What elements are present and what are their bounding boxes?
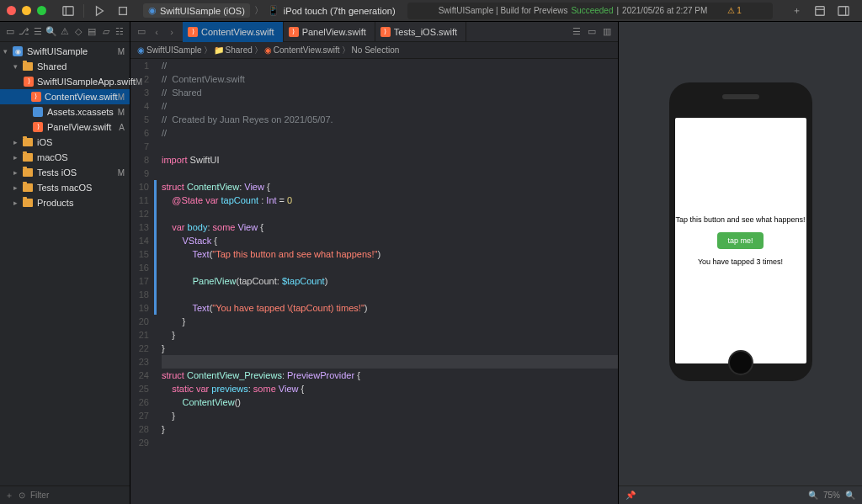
code-editor[interactable]: 1234567891011121314151617181920212223242… (130, 59, 618, 504)
stop-button[interactable] (114, 3, 132, 19)
project-navigator-icon[interactable]: ▭ (4, 26, 16, 37)
navigator-filter: ＋ ⊙ Filter (0, 485, 130, 504)
svg-rect-5 (838, 6, 849, 15)
warning-badge[interactable]: ⚠ 1 (727, 6, 742, 15)
window-controls (7, 6, 46, 15)
editor-options-icon[interactable]: ☰ (572, 26, 581, 37)
jumpbar[interactable]: ◉SwiftUISample〉 📁Shared〉 ◉ContentView.sw… (130, 42, 618, 59)
add-file-button[interactable]: ＋ (5, 490, 13, 501)
tree-item[interactable]: Assets.xcassetsM (0, 104, 130, 119)
navigator-panel: ▭ ⎇ ☰ 🔍 ⚠ ◇ ▤ ▱ ☷ ▾◉ SwiftUISampleM ▾Sha… (0, 22, 130, 504)
file-tree: ▾◉ SwiftUISampleM ▾Shared⟩SwiftUISampleA… (0, 42, 130, 485)
preview-tap-button[interactable]: tap me! (717, 232, 763, 249)
preview-footer: 📌 🔍 75% 🔍 (619, 485, 862, 504)
run-button[interactable] (90, 3, 109, 19)
close-window-button[interactable] (7, 6, 16, 15)
tree-item[interactable]: ▾Shared (0, 59, 130, 74)
forward-button[interactable]: › (166, 27, 178, 37)
tree-item[interactable]: ⟩ContentView.swiftM (0, 89, 130, 104)
minimize-window-button[interactable] (22, 6, 31, 15)
pin-preview-icon[interactable]: 📌 (625, 491, 636, 500)
related-items-button[interactable]: ▭ (136, 26, 147, 37)
test-navigator-icon[interactable]: ◇ (72, 26, 84, 37)
tree-item[interactable]: ▸Products (0, 195, 130, 210)
titlebar: ◉SwiftUISample (iOS) 〉 📱 iPod touch (7th… (0, 0, 862, 22)
editor-tab[interactable]: ⟩ContentView.swift (183, 22, 284, 42)
filter-input[interactable]: Filter (30, 491, 49, 500)
editor-area: ▭ ‹ › ⟩ContentView.swift⟩PanelView.swift… (130, 22, 618, 504)
editor-tab[interactable]: ⟩Tests_iOS.swift (375, 22, 466, 42)
add-editor-icon[interactable]: ▥ (603, 26, 611, 37)
device-screen[interactable]: Tap this button and see what happens! ta… (675, 118, 806, 363)
navigator-selector: ▭ ⎇ ☰ 🔍 ⚠ ◇ ▤ ▱ ☷ (0, 22, 130, 42)
activity-view[interactable]: SwiftUISample | Build for Previews Succe… (407, 3, 773, 19)
preview-text-1: Tap this button and see what happens! (675, 215, 805, 224)
device-frame: Tap this button and see what happens! ta… (669, 82, 812, 381)
zoom-window-button[interactable] (37, 6, 46, 15)
tree-item[interactable]: ⟩SwiftUISampleApp.swiftM (0, 74, 130, 89)
debug-navigator-icon[interactable]: ▤ (86, 26, 98, 37)
project-root[interactable]: ▾◉ SwiftUISampleM (0, 44, 130, 59)
tabbar: ▭ ‹ › ⟩ContentView.swift⟩PanelView.swift… (130, 22, 618, 42)
zoom-level[interactable]: 75% (823, 491, 840, 500)
symbol-navigator-icon[interactable]: ☰ (32, 26, 44, 37)
issue-navigator-icon[interactable]: ⚠ (59, 26, 71, 37)
tree-item[interactable]: ▸Tests macOS (0, 180, 130, 195)
zoom-out-button[interactable]: 🔍 (808, 491, 818, 500)
library-button[interactable] (811, 3, 829, 19)
breakpoint-navigator-icon[interactable]: ▱ (100, 26, 112, 37)
editor-tab[interactable]: ⟩PanelView.swift (284, 22, 375, 42)
back-button[interactable]: ‹ (151, 27, 162, 37)
filter-icon: ⊙ (19, 491, 25, 500)
tree-item[interactable]: ▸iOS (0, 135, 130, 150)
source-control-navigator-icon[interactable]: ⎇ (18, 26, 29, 37)
svg-rect-2 (120, 7, 127, 14)
tree-item[interactable]: ▸macOS (0, 150, 130, 165)
zoom-in-button[interactable]: 🔍 (845, 491, 855, 500)
svg-rect-3 (816, 6, 825, 15)
sidebar-toggle-icon[interactable] (59, 3, 77, 19)
find-navigator-icon[interactable]: 🔍 (45, 26, 57, 37)
device-speaker (722, 94, 759, 99)
report-navigator-icon[interactable]: ☷ (114, 26, 125, 37)
add-button[interactable]: ＋ (787, 3, 806, 19)
adjust-editor-icon[interactable]: ▭ (588, 26, 596, 37)
home-button[interactable] (728, 350, 753, 375)
svg-rect-0 (63, 6, 73, 15)
inspector-toggle-icon[interactable] (834, 3, 853, 19)
preview-canvas: ◉ ◎ ▶ Preview ▢ ⧉ Tap this button and se… (618, 22, 862, 504)
tree-item[interactable]: ⟩PanelView.swiftA (0, 119, 130, 135)
scheme-selector[interactable]: ◉SwiftUISample (iOS) 〉 📱 iPod touch (7th… (143, 3, 396, 18)
tree-item[interactable]: ▸Tests iOSM (0, 165, 130, 180)
preview-text-2: You have tapped 3 times! (698, 257, 783, 266)
